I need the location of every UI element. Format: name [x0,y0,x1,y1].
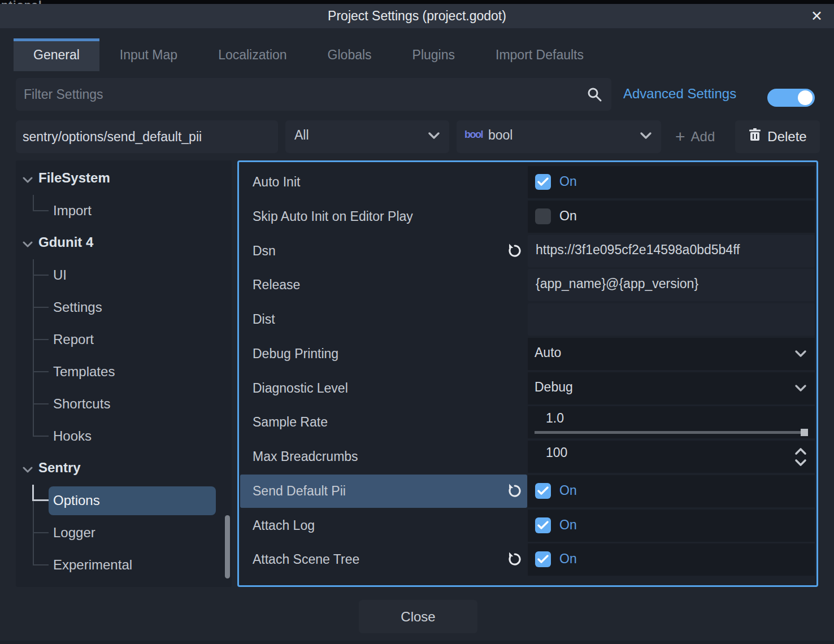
revert-icon[interactable] [507,483,523,501]
property-value-cell: Auto [528,338,815,370]
sidebar-item-import[interactable]: Import [16,195,232,227]
checkbox-checked[interactable] [535,517,551,533]
toggle-knob [798,90,813,105]
tree-item-label: Options [53,493,100,508]
sidebar-item-options[interactable]: Options [16,485,232,517]
property-value-cell: 1.0 [528,406,815,438]
tree-section-label: Sentry [38,460,81,476]
tree-guide [33,532,49,533]
sidebar-item-gdunit-4[interactable]: Gdunit 4 [16,227,232,259]
filter-settings-box [16,78,611,111]
tab-label: Localization [218,47,286,63]
property-path-input[interactable] [16,120,278,153]
feature-filter-dropdown[interactable]: All [285,120,449,153]
property-label: Attach Scene Tree [253,552,359,567]
property-label-cell[interactable]: Diagnostic Level [240,372,527,405]
property-label-cell[interactable]: Skip Auto Init on Editor Play [240,200,527,233]
property-value-cell: https://3f1e095cf2e14598a0bd5b4ff [528,235,815,267]
tree-item-label: Templates [53,364,115,380]
tree-guide [33,403,49,404]
sidebar-item-experimental[interactable]: Experimental [16,549,232,581]
slider-track[interactable] [535,431,807,434]
chevron-down-icon[interactable] [794,384,807,394]
property-label-cell[interactable]: Auto Init [240,166,527,199]
property-row-attach-scene-tree: Attach Scene TreeOn [239,542,816,577]
spinner-updown-icon[interactable] [793,446,808,471]
sidebar-item-sentry[interactable]: Sentry [16,452,232,485]
property-value-cell: On [528,166,815,198]
checkbox-checked[interactable] [535,551,551,567]
property-label-cell[interactable]: Release [240,268,527,302]
type-dropdown[interactable]: bool bool [457,120,661,153]
revert-icon[interactable] [507,551,523,569]
advanced-settings-label[interactable]: Advanced Settings [623,86,736,102]
background-app-strip: ptional [0,0,834,4]
chevron-down-icon [23,240,33,250]
property-label-cell[interactable]: Max Breadcrumbs [240,440,527,473]
property-label-cell[interactable]: Attach Scene Tree [240,543,527,576]
tab-general[interactable]: General [14,38,99,71]
trash-icon [748,128,762,146]
close-button[interactable]: Close [359,600,477,633]
type-value: bool [488,128,512,143]
sidebar-item-report[interactable]: Report [16,324,232,356]
tab-localization[interactable]: Localization [198,38,307,71]
property-label-cell[interactable]: Attach Log [240,509,527,542]
sidebar-item-ui[interactable]: UI [16,259,232,291]
slider-value[interactable]: 1.0 [546,411,564,426]
text-field-value[interactable]: https://3f1e095cf2e14598a0bd5b4ff [536,242,740,258]
property-row-sample-rate: Sample Rate1.0 [239,405,816,440]
property-value-cell: Debug [528,372,815,404]
sidebar-item-logger[interactable]: Logger [16,517,232,549]
tree-guide [32,485,34,501]
delete-button[interactable]: Delete [735,120,820,153]
property-value-cell: On [528,510,815,542]
property-label: Auto Init [253,175,300,190]
property-path-box [16,120,278,153]
delete-button-label: Delete [767,129,806,145]
tab-label: Globals [328,47,372,63]
chevron-down-icon[interactable] [794,350,807,360]
property-label-cell[interactable]: Debug Printing [240,337,527,371]
dropdown-value[interactable]: Debug [535,380,573,395]
tab-plugins[interactable]: Plugins [392,38,475,71]
checkbox-checked[interactable] [535,483,551,499]
property-label-cell[interactable]: Dsn [240,234,527,268]
filter-settings-input[interactable] [16,78,611,111]
chevron-down-icon [428,132,440,142]
property-label-cell[interactable]: Dist [240,303,527,336]
checkbox-unchecked[interactable] [535,208,551,224]
property-label-cell[interactable]: Sample Rate [240,406,527,439]
bool-type-icon: bool [464,129,483,141]
sidebar-item-templates[interactable]: Templates [16,356,232,388]
tree-guide [33,549,34,565]
tree-item-label: Logger [53,525,95,541]
property-value-cell: 100 [528,441,815,473]
property-label: Dsn [253,243,276,259]
sidebar-item-settings[interactable]: Settings [16,291,232,324]
checkbox-checked[interactable] [535,174,551,190]
property-row-debug-printing: Debug PrintingAuto [239,337,816,371]
tab-label: Input Map [120,47,177,63]
text-field-value[interactable]: {app_name}@{app_version} [536,276,698,291]
tab-bar: GeneralInput MapLocalizationGlobalsPlugi… [14,38,604,71]
revert-icon[interactable] [507,243,523,261]
spinner-value[interactable]: 100 [546,445,567,460]
property-row-dsn: Dsnhttps://3f1e095cf2e14598a0bd5b4ff [239,234,816,268]
tab-import-defaults[interactable]: Import Defaults [475,38,604,71]
add-button-label: Add [691,129,715,145]
sidebar-item-filesystem[interactable]: FileSystem [16,163,232,195]
advanced-settings-toggle[interactable] [767,89,815,107]
tree-guide [33,210,49,211]
tree-item-label: Import [53,203,92,219]
property-label-cell[interactable]: Send Default Pii [240,475,527,508]
sidebar-item-hooks[interactable]: Hooks [16,420,232,452]
add-button[interactable]: + Add [670,120,720,153]
dropdown-value[interactable]: Auto [535,345,561,360]
close-icon[interactable]: ✕ [807,7,826,25]
sidebar-item-shortcuts[interactable]: Shortcuts [16,388,232,420]
tree-item-label: Experimental [53,557,132,573]
tab-input-map[interactable]: Input Map [99,38,198,71]
slider-handle[interactable] [801,429,808,436]
tab-globals[interactable]: Globals [307,38,392,71]
